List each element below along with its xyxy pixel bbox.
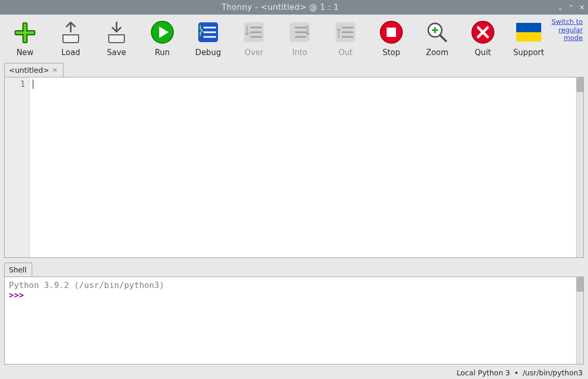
quit-icon	[470, 20, 495, 45]
toolbar: New Load Save Run	[0, 15, 588, 63]
zoom-label: Zoom	[426, 48, 448, 57]
into-label: Into	[292, 48, 308, 57]
run-icon	[150, 20, 175, 45]
work-area: <untitled> ✕ 1 Shell Python 3.9.2 (/usr/…	[0, 63, 588, 367]
editor-tabbar: <untitled> ✕	[4, 63, 584, 77]
out-button: Out	[323, 18, 368, 57]
save-icon	[104, 20, 129, 45]
over-icon	[241, 20, 266, 45]
window-menu-icon[interactable]: ⌄	[557, 4, 563, 11]
debug-icon	[196, 20, 221, 45]
zoom-button[interactable]: Zoom	[414, 18, 460, 57]
shell-tab[interactable]: Shell	[4, 263, 32, 277]
line-number: 1	[5, 80, 25, 89]
text-caret	[33, 80, 33, 89]
shell-tabbar: Shell	[4, 263, 584, 277]
support-icon	[516, 20, 541, 45]
load-icon	[58, 20, 83, 45]
shell-area[interactable]: Python 3.9.2 (/usr/bin/python3) >>>	[4, 277, 584, 364]
shell-tab-name: Shell	[9, 266, 27, 274]
close-tab-icon[interactable]: ✕	[52, 67, 57, 74]
code-editor[interactable]	[30, 77, 576, 257]
quit-label: Quit	[475, 48, 491, 57]
shell-panel: Shell Python 3.9.2 (/usr/bin/python3) >>…	[4, 263, 584, 364]
quit-button[interactable]: Quit	[460, 18, 506, 57]
scrollbar-thumb[interactable]	[577, 277, 583, 292]
window-controls: ⌄ ⌃ ✕	[557, 4, 585, 11]
save-button[interactable]: Save	[94, 18, 139, 57]
interpreter-name[interactable]: Local Python 3	[457, 369, 510, 377]
shell-scrollbar[interactable]	[576, 277, 583, 364]
close-window-icon[interactable]: ✕	[579, 4, 585, 11]
support-label: Support	[513, 48, 544, 57]
scrollbar-thumb[interactable]	[577, 77, 583, 92]
out-label: Out	[338, 48, 352, 57]
svg-rect-23	[387, 28, 396, 37]
statusbar: Local Python 3 • /usr/bin/python3	[0, 367, 588, 379]
stop-button[interactable]: Stop	[368, 18, 414, 57]
new-icon	[12, 20, 37, 45]
shell-text: Python 3.9.2 (/usr/bin/python3) >>>	[9, 280, 576, 361]
editor-area: 1	[4, 77, 584, 258]
out-icon	[333, 20, 358, 45]
editor-tab-name: <untitled>	[9, 66, 49, 74]
window-title: Thonny - <untitled> @ 1 : 1	[3, 3, 557, 12]
switch-mode-link[interactable]: Switch to regular mode	[552, 18, 583, 42]
interpreter-path[interactable]: /usr/bin/python3	[522, 369, 583, 377]
editor-scrollbar[interactable]	[576, 77, 583, 257]
titlebar: Thonny - <untitled> @ 1 : 1 ⌄ ⌃ ✕	[0, 0, 588, 15]
line-gutter: 1	[5, 77, 30, 257]
minimize-icon[interactable]: ⌃	[568, 4, 574, 11]
svg-rect-31	[516, 23, 541, 32]
svg-line-25	[440, 35, 446, 41]
stop-icon	[379, 20, 404, 45]
save-label: Save	[107, 48, 126, 57]
editor-panel: <untitled> ✕ 1	[4, 63, 584, 258]
zoom-icon	[425, 20, 450, 45]
into-button: Into	[277, 18, 323, 57]
load-label: Load	[61, 48, 80, 57]
run-label: Run	[155, 48, 170, 57]
run-button[interactable]: Run	[139, 18, 185, 57]
over-label: Over	[245, 48, 263, 57]
svg-rect-3	[24, 24, 26, 42]
debug-label: Debug	[195, 48, 221, 57]
new-button[interactable]: New	[2, 18, 48, 57]
load-button[interactable]: Load	[48, 18, 94, 57]
into-icon	[287, 20, 312, 45]
support-button[interactable]: Support	[506, 18, 552, 57]
statusbar-separator: •	[514, 369, 518, 377]
svg-rect-32	[516, 32, 541, 42]
debug-button[interactable]: Debug	[185, 18, 231, 57]
stop-label: Stop	[382, 48, 400, 57]
shell-banner: Python 3.9.2 (/usr/bin/python3)	[9, 280, 576, 290]
editor-tab[interactable]: <untitled> ✕	[4, 63, 63, 77]
over-button: Over	[231, 18, 277, 57]
new-label: New	[17, 48, 34, 57]
shell-prompt: >>>	[9, 290, 24, 300]
